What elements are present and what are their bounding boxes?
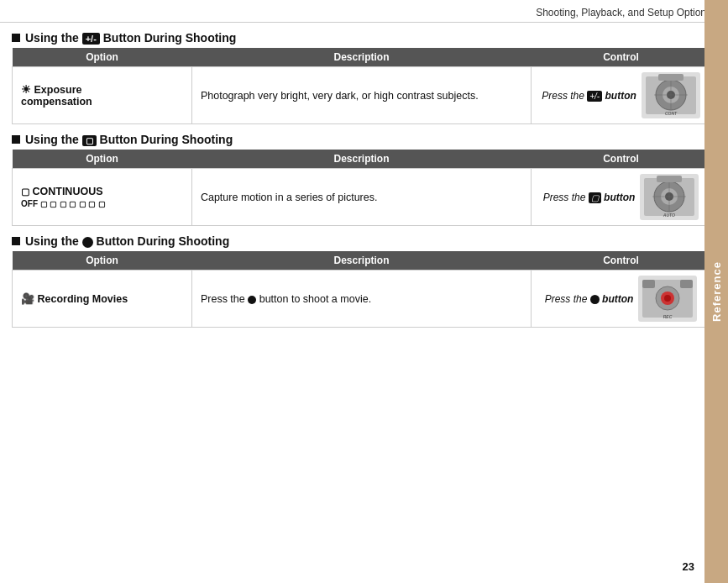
table-row: ▢ CONTINUOUS OFF ▢ ▢ ▢ ▢ ▢ ▢ ▢ Capture m…	[13, 169, 711, 226]
section3-table: Option Description Control 🎥 Recording M…	[12, 251, 711, 328]
col-control-2: Control	[532, 150, 711, 169]
ctrl-icon-continuous: ▢	[589, 192, 601, 203]
desc-cell-continuous: Capture motion in a series of pictures.	[191, 169, 531, 226]
camera-dial-1: CONT	[642, 72, 700, 118]
control-cell-exposure: Press the +/- button	[532, 67, 711, 124]
record-button-icon	[82, 237, 93, 248]
col-desc-2: Description	[191, 150, 531, 169]
camera-dial-3: REC	[638, 276, 697, 322]
desc-cell-exposure: Photograph very bright, very dark, or hi…	[191, 67, 531, 124]
section1-table: Option Description Control ☀ Exposurecom…	[12, 48, 711, 124]
header-title: Shooting, Playback, and Setup Options	[536, 7, 711, 18]
continuous-off-label: OFF ▢ ▢ ▢ ▢ ▢ ▢ ▢	[21, 199, 106, 208]
section3-title-text: Using the Button During Shooting	[25, 234, 229, 248]
exposure-button-icon: +/-	[82, 33, 100, 45]
section-continuous: Using the ▢ Button During Shooting Optio…	[12, 133, 711, 226]
svg-point-22	[664, 295, 671, 302]
continuous-button-icon: ▢	[82, 135, 97, 146]
ctrl-icon-exposure: +/-	[587, 91, 602, 102]
right-sidebar: Reference	[704, 0, 728, 583]
continuous-label: CONTINUOUS	[32, 186, 102, 197]
continuous-small-icons: ▢ ▢ ▢ ▢ ▢ ▢ ▢	[40, 200, 106, 208]
control-cell-continuous-inner: Press the ▢ button A	[540, 174, 702, 220]
col-control-3: Control	[532, 251, 711, 270]
section3-title: Using the Button During Shooting	[12, 234, 711, 248]
option-cell-exposure: ☀ Exposurecompensation	[13, 67, 192, 124]
control-text-movie: Press the button	[545, 293, 634, 305]
control-bold-continuous: button	[604, 192, 635, 203]
control-cell-exposure-inner: Press the +/- button	[540, 72, 702, 118]
control-bold-exposure: button	[605, 90, 636, 102]
control-bold-movie: button	[602, 293, 633, 305]
section-movie: Using the Button During Shooting Option …	[12, 234, 711, 328]
section2-title: Using the ▢ Button During Shooting	[12, 133, 711, 146]
section-square-icon-3	[12, 237, 20, 245]
table-row: 🎥 Recording Movies Press the button to s…	[13, 270, 711, 328]
col-option-1: Option	[13, 48, 192, 67]
section2-table: Option Description Control ▢ CONTINUOUS …	[12, 150, 711, 226]
page-header: Shooting, Playback, and Setup Options	[0, 0, 728, 23]
control-text-continuous: Press the ▢ button	[543, 192, 636, 203]
section-square-icon-2	[12, 135, 20, 144]
control-cell-movie-inner: Press the button	[540, 276, 702, 322]
main-content: Using the +/- Button During Shooting Opt…	[0, 23, 728, 344]
svg-rect-5	[658, 74, 683, 81]
recording-movies-label: Recording Movies	[37, 293, 128, 305]
movie-option-icon: 🎥	[21, 292, 34, 305]
table-row: ☀ Exposurecompensation Photograph very b…	[13, 67, 711, 124]
option-cell-continuous: ▢ CONTINUOUS OFF ▢ ▢ ▢ ▢ ▢ ▢ ▢	[13, 169, 192, 226]
sidebar-label: Reference	[710, 261, 723, 322]
svg-text:AUTO: AUTO	[663, 213, 675, 218]
col-control-1: Control	[532, 48, 711, 67]
svg-rect-24	[642, 280, 655, 288]
section2-title-text: Using the ▢ Button During Shooting	[25, 133, 233, 146]
control-text-exposure: Press the +/- button	[542, 90, 636, 102]
col-desc-1: Description	[191, 48, 531, 67]
svg-text:CONT: CONT	[665, 111, 678, 116]
camera-dial-2: AUTO	[640, 174, 699, 220]
control-cell-continuous: Press the ▢ button A	[532, 169, 711, 226]
svg-rect-14	[657, 176, 682, 182]
option-cell-movie: 🎥 Recording Movies	[13, 270, 192, 328]
control-cell-movie: Press the button	[532, 270, 711, 328]
svg-rect-23	[680, 280, 693, 288]
exposure-option-icon: ☀	[21, 83, 31, 96]
continuous-option-icon: ▢	[21, 186, 29, 197]
col-desc-3: Description	[191, 251, 531, 270]
page-number: 23	[683, 560, 694, 573]
col-option-2: Option	[13, 150, 192, 169]
section-exposure: Using the +/- Button During Shooting Opt…	[12, 31, 711, 124]
exposure-option-label: Exposurecompensation	[21, 84, 92, 108]
desc-cell-movie: Press the button to shoot a movie.	[191, 270, 531, 328]
section-square-icon	[12, 34, 20, 42]
col-option-3: Option	[13, 251, 192, 270]
svg-text:REC: REC	[663, 314, 673, 319]
inline-record-icon	[248, 296, 256, 304]
section1-title: Using the +/- Button During Shooting	[12, 31, 711, 45]
section1-title-text: Using the +/- Button During Shooting	[25, 31, 236, 45]
ctrl-icon-movie	[590, 295, 600, 304]
